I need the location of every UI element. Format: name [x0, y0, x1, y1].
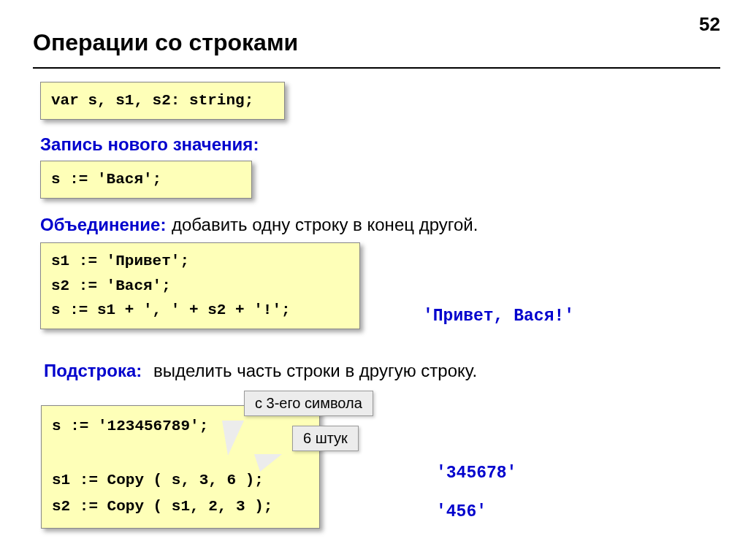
code-concat: s1 := 'Привет'; s2 := 'Вася'; s := s1 + … — [40, 242, 360, 329]
callout-count: 6 штук — [292, 426, 359, 451]
page-number: 52 — [699, 13, 720, 36]
heading-substring-label: Подстрока: — [44, 361, 142, 381]
code-assignment: s := 'Вася'; — [40, 161, 252, 199]
title-divider — [33, 67, 720, 69]
code-declaration: var s, s1, s2: string; — [40, 82, 285, 120]
output-copy-2: '456' — [436, 502, 486, 521]
callout-pointer-1 — [222, 421, 244, 456]
heading-substring-desc: выделить часть строки в другую строку. — [153, 361, 477, 381]
callout-pointer-2 — [254, 454, 282, 472]
slide-title: Операции со строками — [33, 29, 298, 56]
heading-concat-desc: добавить одну строку в конец другой. — [172, 215, 478, 235]
callout-start-char: с 3-его символа — [244, 391, 373, 416]
heading-assignment: Запись нового значения: — [40, 134, 259, 155]
output-copy-1: '345678' — [436, 464, 516, 483]
heading-concat-label: Объединение: — [40, 215, 166, 235]
output-concat: 'Привет, Вася!' — [423, 307, 574, 326]
